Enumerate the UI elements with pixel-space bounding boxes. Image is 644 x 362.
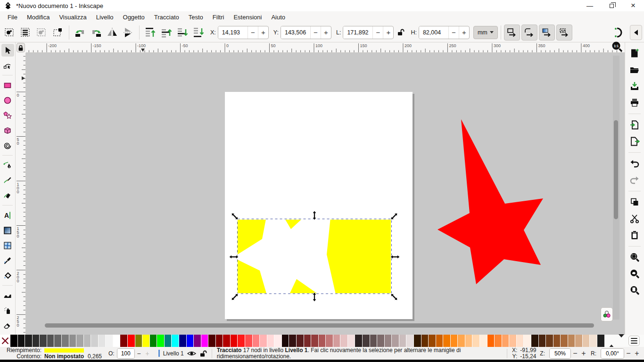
menu-item-tracciato[interactable]: Tracciato: [149, 12, 184, 22]
width-input[interactable]: [343, 26, 372, 39]
palette-swatch-32[interactable]: [245, 335, 252, 347]
palette-swatch-52[interactable]: [392, 335, 399, 347]
rotate-ccw-button[interactable]: [72, 25, 88, 41]
collapse-toolbar-button[interactable]: [630, 25, 642, 40]
palette-swatch-19[interactable]: [150, 335, 157, 347]
zoom-1-1-button[interactable]: 1:1: [611, 41, 623, 53]
width-increment-button[interactable]: +: [383, 26, 393, 39]
tool-dropper[interactable]: [1, 254, 14, 267]
palette-swatch-4[interactable]: [40, 335, 47, 347]
palette-swatch-10[interactable]: [84, 335, 91, 347]
palette-swatch-77[interactable]: [575, 335, 582, 347]
palette-swatch-36[interactable]: [274, 335, 281, 347]
tool-gradient[interactable]: [1, 224, 14, 237]
scale-pattern-toggle[interactable]: [556, 25, 572, 41]
palette-swatch-66[interactable]: [495, 335, 502, 347]
palette-swatch-28[interactable]: [216, 335, 223, 347]
palette-swatch-41[interactable]: [311, 335, 318, 347]
tool-pen[interactable]: [1, 159, 14, 172]
palette-swatch-25[interactable]: [194, 335, 201, 347]
palette-swatch-79[interactable]: [590, 335, 597, 347]
palette-swatch-53[interactable]: [399, 335, 406, 347]
lower-button[interactable]: [174, 25, 190, 41]
select-all-button[interactable]: [2, 25, 18, 41]
palette-scroll-down-button[interactable]: [619, 337, 624, 345]
palette-swatch-46[interactable]: [348, 335, 355, 347]
palette-swatch-50[interactable]: [377, 335, 384, 347]
redo-button[interactable]: [627, 173, 642, 187]
snap-toggle-button[interactable]: [610, 25, 626, 41]
menu-item-aiuto[interactable]: Aiuto: [266, 12, 290, 22]
palette-swatch-39[interactable]: [297, 335, 304, 347]
palette-swatch-80[interactable]: [597, 335, 604, 347]
palette-swatch-74[interactable]: [553, 335, 561, 347]
lock-guides-button[interactable]: [17, 43, 25, 52]
palette-swatch-45[interactable]: [340, 335, 347, 347]
restore-button[interactable]: [601, 0, 622, 11]
palette-swatch-31[interactable]: [238, 335, 245, 347]
palette-swatch-57[interactable]: [429, 335, 436, 347]
scale-stroke-toggle[interactable]: [504, 25, 520, 41]
palette-swatch-26[interactable]: [201, 335, 208, 347]
palette-swatch-67[interactable]: [502, 335, 509, 347]
import-button[interactable]: [627, 118, 642, 132]
rotation-decrement-button[interactable]: −: [624, 349, 633, 358]
palette-swatch-63[interactable]: [472, 335, 479, 347]
tool-node-editor[interactable]: [1, 59, 14, 72]
palette-swatch-58[interactable]: [436, 335, 443, 347]
print-button[interactable]: [627, 96, 642, 110]
zoom-drawing-button[interactable]: [627, 267, 642, 281]
menu-item-modifica[interactable]: Modifica: [22, 12, 54, 22]
opacity-increment-button[interactable]: +: [143, 349, 152, 358]
scale-gradient-toggle[interactable]: [539, 25, 555, 41]
palette-swatch-9[interactable]: [76, 335, 83, 347]
palette-swatch-0[interactable]: [10, 335, 17, 347]
flip-horizontal-button[interactable]: [104, 25, 120, 41]
horizontal-ruler[interactable]: -200-150-100-50050100150200250300350400: [26, 42, 625, 53]
palette-menu-button[interactable]: [628, 336, 640, 346]
drawing-canvas[interactable]: [26, 53, 625, 335]
palette-swatch-54[interactable]: [406, 335, 413, 347]
palette-swatch-44[interactable]: [333, 335, 340, 347]
unit-selector[interactable]: mm: [473, 26, 498, 39]
palette-swatch-48[interactable]: [363, 335, 370, 347]
open-document-button[interactable]: [627, 63, 642, 77]
layer-visibility-toggle[interactable]: [187, 350, 196, 357]
palette-swatch-47[interactable]: [355, 335, 362, 347]
zoom-input[interactable]: [550, 349, 570, 358]
palette-swatch-72[interactable]: [539, 335, 546, 347]
minimize-button[interactable]: —: [579, 0, 601, 11]
palette-swatch-68[interactable]: [509, 335, 516, 347]
palette-scroll-up-button[interactable]: [609, 337, 614, 345]
menu-item-testo[interactable]: Testo: [184, 12, 208, 22]
fill-swatch[interactable]: [44, 348, 84, 353]
rotation-increment-button[interactable]: +: [633, 349, 641, 358]
palette-swatch-14[interactable]: [113, 335, 120, 347]
palette-swatch-61[interactable]: [458, 335, 465, 347]
swatch-none[interactable]: [0, 335, 10, 347]
palette-swatch-15[interactable]: [120, 335, 127, 347]
y-decrement-button[interactable]: −: [310, 26, 321, 39]
opacity-input[interactable]: [117, 349, 134, 358]
tool-paint-bucket[interactable]: [1, 269, 14, 282]
rotation-input[interactable]: [601, 349, 624, 358]
palette-swatch-73[interactable]: [546, 335, 553, 347]
width-decrement-button[interactable]: −: [372, 26, 383, 39]
height-input[interactable]: [419, 26, 448, 39]
zoom-selection-button[interactable]: [627, 250, 642, 264]
y-increment-button[interactable]: +: [321, 26, 331, 39]
undo-button[interactable]: [627, 156, 642, 171]
palette-swatch-78[interactable]: [583, 335, 590, 347]
palette-swatch-18[interactable]: [142, 335, 149, 347]
lock-ratio-button[interactable]: [395, 25, 407, 41]
palette-swatch-60[interactable]: [451, 335, 458, 347]
palette-swatch-49[interactable]: [370, 335, 377, 347]
tool-mesh-gradient[interactable]: [1, 239, 14, 252]
palette-swatch-55[interactable]: [414, 335, 421, 347]
cut-button[interactable]: [627, 212, 642, 226]
palette-swatch-64[interactable]: [480, 335, 487, 347]
stroke-value[interactable]: Non impostato: [44, 354, 84, 360]
raise-to-top-button[interactable]: [142, 25, 158, 41]
palette-swatch-12[interactable]: [99, 335, 106, 347]
palette-swatch-20[interactable]: [157, 335, 164, 347]
